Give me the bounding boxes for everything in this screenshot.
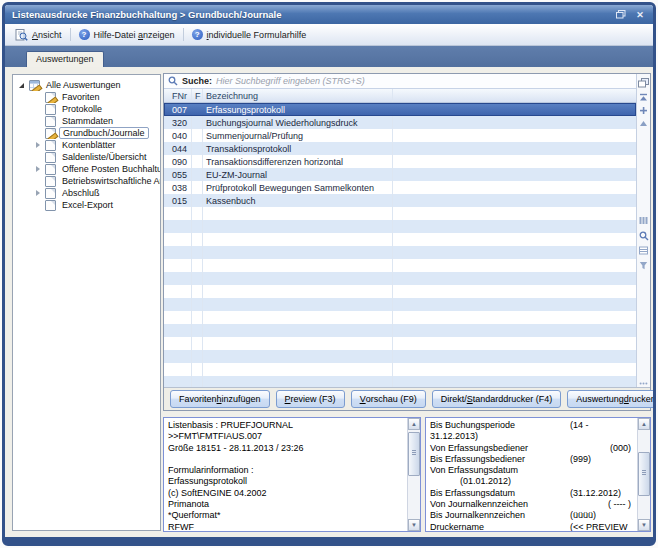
table-row[interactable]: 044Transaktionsprotokoll <box>164 142 636 155</box>
cell-empty <box>393 337 636 350</box>
tab-auswertungen[interactable]: Auswertungen <box>26 51 104 67</box>
tree-item-label: Grundbuch/Journale <box>59 127 149 139</box>
info-panel-left-scrollbar[interactable]: ▲ ▼ <box>407 418 420 531</box>
info-panel-right: Bis Buchungsperiode(14 -31.12.2013)Von E… <box>425 417 651 532</box>
tree-item-stammdaten[interactable]: Stammdaten <box>13 115 160 127</box>
tree-expander-open-icon[interactable] <box>17 83 26 88</box>
scroll-up-icon[interactable]: ▲ <box>408 418 420 430</box>
info-line-label: Bis Journalkennzeichen <box>430 510 525 520</box>
column-corner-icon[interactable] <box>637 76 650 89</box>
scroll-down-icon[interactable]: ▼ <box>408 519 420 531</box>
tree-expander-closed-icon[interactable] <box>33 190 42 196</box>
scrollbar-thumb[interactable] <box>408 432 420 476</box>
tree-item-grundbuch-journale[interactable]: Grundbuch/Journale <box>13 127 160 139</box>
tree-item-kontenblätter[interactable]: Kontenblätter <box>13 139 160 151</box>
cell-bezeichnung: Transaktionsdifferenzen horizontal <box>203 155 393 168</box>
restore-icon[interactable] <box>615 9 627 21</box>
direkt-standarddrucker-f4-button[interactable]: Direkt/Standarddrucker (F4) <box>432 390 562 408</box>
table-row-empty[interactable] <box>164 311 636 324</box>
tree-item-alle-auswertungen[interactable]: Alle Auswertungen <box>13 79 160 91</box>
toolbar-button-hilfe-datei-anzeigen[interactable]: ?Hilfe-Datei anzeigen <box>73 27 181 42</box>
cell-bezeichnung <box>203 298 393 311</box>
tree-expander-closed-icon[interactable] <box>33 142 42 148</box>
table-row[interactable]: 015Kassenbuch <box>164 194 636 207</box>
info-panel-left-text: Listenbasis : PRUEFJOURNAL>>FMT\FMTFIAUS… <box>164 418 407 531</box>
table-row-empty[interactable] <box>164 337 636 350</box>
info-panel-right-scrollbar[interactable]: ▲ ▼ <box>637 418 650 531</box>
favoriten-hinzufügen-button[interactable]: Favoriten hinzufügen <box>170 390 270 408</box>
column-header-bezeichnung[interactable]: Bezeichnung <box>203 89 393 102</box>
table-row[interactable]: 055EU-ZM-Journal <box>164 168 636 181</box>
table-row-empty[interactable] <box>164 259 636 272</box>
table-row-empty[interactable] <box>164 324 636 337</box>
table-row[interactable]: 320Buchungsjournal Wiederholungsdruck <box>164 116 636 129</box>
table-row-empty[interactable] <box>164 350 636 363</box>
tree-item-betriebswirtschaftliche-auswertungen[interactable]: Betriebswirtschaftliche Auswertungen <box>13 175 160 187</box>
info-panel-right-text: Bis Buchungsperiode(14 -31.12.2013)Von E… <box>426 418 637 531</box>
info-line: Von Journalkennzeichen( ---- ) <box>430 499 633 510</box>
column-header-fnr[interactable]: FNr <box>164 89 192 102</box>
scroll-top-icon[interactable] <box>637 91 650 104</box>
filter-icon[interactable] <box>637 259 650 272</box>
cell-bezeichnung <box>203 376 393 387</box>
autofilter-icon[interactable] <box>637 244 650 257</box>
tree-item-label: Protokolle <box>59 104 105 114</box>
add-icon[interactable] <box>637 104 650 117</box>
info-line: Primanota <box>168 499 403 510</box>
cell-bezeichnung <box>203 272 393 285</box>
tree-expander-closed-icon[interactable] <box>33 166 42 172</box>
table-row-empty[interactable] <box>164 298 636 311</box>
table-row-empty[interactable] <box>164 246 636 259</box>
tree-item-abschluß[interactable]: Abschluß <box>13 187 160 199</box>
tree-item-label: Favoriten <box>59 92 103 102</box>
tree-item-label: Offene Posten Buchhaltung <box>59 164 160 174</box>
scroll-down-icon[interactable]: ▼ <box>638 519 650 531</box>
table-row-empty[interactable] <box>164 207 636 220</box>
toolbar-button-ansicht[interactable]: Ansicht <box>9 27 68 43</box>
cell-fnr <box>164 233 192 246</box>
page-icon <box>45 200 56 211</box>
scroll-up-icon[interactable] <box>637 117 650 130</box>
cell-bezeichnung <box>203 259 393 272</box>
table-row-empty[interactable] <box>164 220 636 233</box>
search-input[interactable]: Hier Suchbegriff eingeben (STRG+S) <box>216 76 365 86</box>
toolbar-button-individuelle-formularhilfe[interactable]: ?individuelle Formularhilfe <box>186 27 313 42</box>
scroll-up-icon[interactable]: ▲ <box>638 418 650 430</box>
search-icon[interactable] <box>637 229 650 242</box>
cell-bezeichnung <box>203 324 393 337</box>
table-row-empty[interactable] <box>164 363 636 376</box>
vorschau-f9-button[interactable]: Vorschau (F9) <box>351 390 426 408</box>
cell-fnr <box>164 285 192 298</box>
cell-empty <box>393 142 636 155</box>
info-line-label: Bis Buchungsperiode <box>430 420 515 430</box>
tree-item-saldenliste-übersicht[interactable]: Saldenliste/Übersicht <box>13 151 160 163</box>
table-row[interactable]: 038Prüfprotokoll Bewegungen Sammelkonten <box>164 181 636 194</box>
table-row[interactable]: 090Transaktionsdifferenzen horizontal <box>164 155 636 168</box>
columns-icon[interactable] <box>637 214 650 227</box>
close-icon[interactable]: ✕ <box>634 9 646 21</box>
tree-item-offene-posten-buchhaltung[interactable]: Offene Posten Buchhaltung <box>13 163 160 175</box>
tree-item-protokolle[interactable]: Protokolle <box>13 103 160 115</box>
table-row-empty[interactable] <box>164 272 636 285</box>
column-header-f[interactable]: F <box>192 89 203 102</box>
toolbar: Ansicht?Hilfe-Datei anzeigen?individuell… <box>5 24 653 46</box>
auswertung-drucken-button[interactable]: Auswertung drucken <box>567 390 656 408</box>
scrollbar-thumb[interactable] <box>638 452 650 496</box>
cell-f <box>192 168 203 181</box>
help-icon: ? <box>192 29 203 40</box>
search-bar[interactable]: Suche: Hier Suchbegriff eingeben (STRG+S… <box>164 74 636 89</box>
info-line: Bis Erfassungsdatum(31.12.2012) <box>430 488 633 499</box>
menu-icon[interactable] <box>637 377 650 390</box>
table-row-empty[interactable] <box>164 285 636 298</box>
table-row-empty[interactable] <box>164 233 636 246</box>
cell-empty <box>393 168 636 181</box>
tree-item-excel-export[interactable]: Excel-Export <box>13 199 160 211</box>
app-window: Listenausdrucke Finanzbuchhaltung > Grun… <box>2 2 656 546</box>
preview-f3-button[interactable]: Preview (F3) <box>276 390 345 408</box>
table-row[interactable]: 040Summenjournal/Prüfung <box>164 129 636 142</box>
tree-item-favoriten[interactable]: Favoriten <box>13 91 160 103</box>
table-row[interactable]: 007Erfassungsprotokoll <box>164 103 636 116</box>
cell-fnr: 090 <box>164 155 192 168</box>
table-row-empty[interactable] <box>164 376 636 387</box>
cell-bezeichnung <box>203 285 393 298</box>
